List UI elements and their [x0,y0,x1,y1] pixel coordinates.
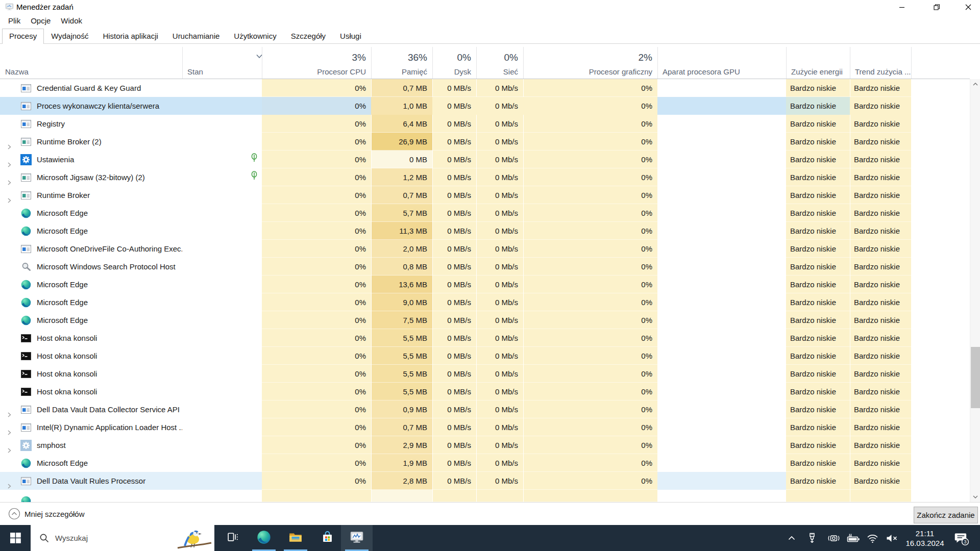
process-name: Microsoft Edge [37,204,88,222]
process-row[interactable]: Host okna konsoli0%5,5 MB0 MB/s0 Mb/s0%B… [0,329,970,347]
status-cell [182,97,262,115]
process-row[interactable]: smphost0%2,9 MB0 MB/s0 Mb/s0%Bardzo nisk… [0,436,970,454]
scroll-up-arrow[interactable] [970,79,980,89]
power-usage-value: Bardzo niskie [786,240,850,258]
column-header-net[interactable]: Sieć [476,66,518,78]
status-cell [182,115,262,133]
gpu-engine-cell [657,311,786,329]
expand-chevron-icon[interactable] [6,138,12,151]
taskbar-clock[interactable]: 21:11 16.03.2024 [904,525,945,551]
menu-item-plik[interactable]: Plik [3,15,26,27]
process-row[interactable]: Microsoft Edge0%13,6 MB0 MB/s0 Mb/s0%Bar… [0,276,970,293]
process-row[interactable]: Registry0%6,4 MB0 MB/s0 Mb/s0%Bardzo nis… [0,115,970,133]
process-row[interactable]: Microsoft Edge0%7,5 MB0 MB/s0 Mb/s0%Bard… [0,311,970,329]
restore-button[interactable] [925,0,948,14]
menu-item-widok[interactable]: Widok [56,15,87,27]
process-name-cell: Intel(R) Dynamic Application Loader Host… [0,418,182,436]
process-name: Ustawienia [37,151,74,168]
process-row[interactable]: Microsoft Windows Search Protocol Host0%… [0,258,970,276]
taskbar-microsoft-store-button[interactable] [311,525,343,551]
process-row[interactable]: Microsoft Edge0%11,3 MB0 MB/s0 Mb/s0%Bar… [0,222,970,240]
process-row[interactable]: Microsoft Edge0%5,7 MB0 MB/s0 Mb/s0%Bard… [0,204,970,222]
task-manager-app-icon [5,3,14,13]
expand-chevron-icon[interactable] [6,406,12,418]
row-trailing-space [911,186,970,204]
process-row[interactable]: Host okna konsoli0%5,5 MB0 MB/s0 Mb/s0%B… [0,383,970,400]
process-row[interactable]: Runtime Broker (2)0%26,9 MB0 MB/s0 Mb/s0… [0,133,970,151]
process-name-cell: Host okna konsoli [0,365,182,383]
column-header-gpu[interactable]: Procesor graficzny [523,66,652,78]
tray-tray-expand-icon[interactable] [783,525,800,551]
tab-szczeg-y[interactable]: Szczegóły [284,29,333,43]
process-name: Runtime Broker (2) [37,133,102,151]
process-row[interactable]: Proces wykonawczy klienta/serwera0%1,0 M… [0,97,970,115]
tab-u-ytkownicy[interactable]: Użytkownicy [227,29,283,43]
process-row[interactable]: Microsoft Edge0%9,0 MB0 MB/s0 Mb/s0%Bard… [0,293,970,311]
close-icon [965,4,971,10]
taskbar-file-explorer-button[interactable] [280,525,311,551]
column-header-aparat[interactable]: Aparat procesora GPU [663,66,786,78]
memory-value: 6,4 MB [371,115,432,133]
process-row[interactable]: Microsoft Edge0%1,9 MB0 MB/s0 Mb/s0%Bard… [0,454,970,472]
power-trend-value: Bardzo niskie [850,400,911,418]
action-center-button[interactable]: 3 [949,525,973,551]
power-trend-value [850,490,911,502]
process-row[interactable]: Dell Data Vault Data Collector Service A… [0,400,970,418]
end-task-button[interactable]: Zakończ zadanie [914,507,978,523]
tray-volume-muted-icon[interactable] [883,525,900,551]
process-row[interactable]: Host okna konsoli0%5,5 MB0 MB/s0 Mb/s0%B… [0,365,970,383]
column-header-disk[interactable]: Dysk [432,66,471,78]
scroll-down-arrow[interactable] [970,492,980,502]
tray-cast-icon[interactable] [825,525,842,551]
start-button[interactable] [0,525,31,551]
process-row[interactable]: Microsoft OneDriveFile Co-Authoring Exec… [0,240,970,258]
process-row[interactable]: Host okna konsoli0%5,5 MB0 MB/s0 Mb/s0%B… [0,347,970,365]
expand-chevron-icon[interactable] [6,156,12,168]
process-row[interactable]: Microsoft Jigsaw (32-bitowy) (2)0%1,2 MB… [0,168,970,186]
tray-usb-icon[interactable] [803,525,821,551]
process-row[interactable]: Runtime Broker0%0,7 MB0 MB/s0 Mb/s0%Bard… [0,186,970,204]
taskbar-task-manager-button[interactable] [341,525,373,551]
tray-battery-icon[interactable] [844,525,862,551]
tab-wydajno-[interactable]: Wydajność [44,29,95,43]
tab-historia-aplikacji[interactable]: Historia aplikacji [95,29,165,43]
network-value [476,490,523,502]
tab-us-ugi[interactable]: Usługi [333,29,369,43]
process-row[interactable]: Intel(R) Dynamic Application Loader Host… [0,418,970,436]
taskbar-task-view-button[interactable] [216,525,248,551]
scrollbar-thumb[interactable] [971,347,980,408]
taskbar-search-input[interactable]: Wyszukaj [31,525,214,551]
expand-chevron-icon[interactable] [6,478,12,490]
expand-chevron-icon[interactable] [6,192,12,204]
column-header-power[interactable]: Zużycie energii [791,66,850,78]
memory-value: 5,5 MB [371,329,432,347]
disk-value: 0 MB/s [432,151,476,168]
expand-chevron-icon[interactable] [6,442,12,454]
power-usage-value: Bardzo niskie [786,293,850,311]
taskbar-edge-button[interactable] [248,525,280,551]
circle-chevron-up-icon [8,508,20,520]
gpu-value: 0% [523,258,657,276]
edge-icon [20,314,32,325]
column-header-stan[interactable]: Stan [187,66,262,78]
tray-wifi-icon[interactable] [864,525,881,551]
cpu-value: 0% [262,168,371,186]
process-row[interactable]: Ustawienia0%0 MB0 MB/s0 Mb/s0%Bardzo nis… [0,151,970,168]
expand-chevron-icon[interactable] [6,174,12,186]
less-details-toggle[interactable]: Mniej szczegółów [8,508,85,520]
minimize-button[interactable] [890,0,914,14]
tab-procesy[interactable]: Procesy [2,29,44,44]
column-header-mem[interactable]: Pamięć [371,66,427,78]
process-row[interactable]: Dell Data Vault Rules Processor0%2,8 MB0… [0,472,970,490]
column-header-name[interactable]: Nazwa [5,66,182,78]
tab-uruchamianie[interactable]: Uruchamianie [165,29,227,43]
column-header-cpu[interactable]: Procesor CPU [262,66,366,78]
expand-chevron-icon[interactable] [6,424,12,436]
console-icon [20,332,32,343]
process-row[interactable]: Credential Guard & Key Guard0%0,7 MB0 MB… [0,79,970,97]
vertical-scrollbar[interactable] [970,79,980,502]
column-header-trend[interactable]: Trend zużycia ... [855,66,911,78]
process-row-partial[interactable] [0,490,970,502]
close-button[interactable] [957,0,980,14]
menu-item-opcje[interactable]: Opcje [26,15,56,27]
